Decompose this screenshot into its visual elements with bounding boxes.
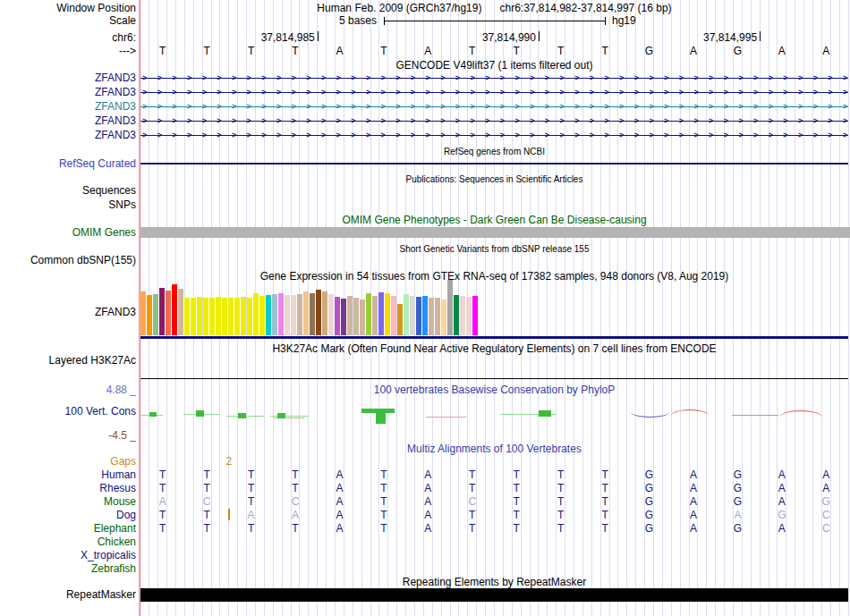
- strand-arrow-icon: >: [411, 87, 418, 98]
- gtex-tissue-bar[interactable]: [441, 300, 446, 335]
- gene-label-zfand3-4[interactable]: ZFAND3: [0, 130, 136, 141]
- align-base: G: [760, 510, 803, 521]
- gtex-tissue-bar[interactable]: [316, 290, 321, 335]
- assembly-title: Human Feb. 2009 (GRCh37/hg19): [317, 2, 481, 14]
- gtex-tissue-bar[interactable]: [335, 297, 340, 335]
- gap-tick-icon: [228, 509, 230, 520]
- species-label-x_tropicalis[interactable]: X_tropicalis: [0, 550, 136, 561]
- align-base: A: [318, 523, 361, 535]
- gtex-tissue-bar[interactable]: [247, 298, 252, 335]
- strand-arrow-icon: >: [157, 101, 165, 113]
- gtex-tissue-bar[interactable]: [191, 298, 196, 335]
- gtex-tissue-bar[interactable]: [184, 298, 190, 335]
- gtex-tissue-bar[interactable]: [391, 296, 396, 335]
- gtex-tissue-bar[interactable]: [397, 304, 403, 335]
- gtex-tissue-bar[interactable]: [378, 292, 384, 335]
- gtex-tissue-bar[interactable]: [410, 296, 415, 335]
- gtex-tissue-bar[interactable]: [366, 293, 371, 335]
- gtex-tissue-bar[interactable]: [147, 295, 152, 335]
- gtex-tissue-bar[interactable]: [222, 298, 227, 335]
- species-label-zebrafish[interactable]: Zebrafish: [0, 563, 136, 575]
- species-label-elephant[interactable]: Elephant: [0, 523, 136, 535]
- gtex-tissue-bar[interactable]: [153, 294, 158, 335]
- gtex-tissue-bar[interactable]: [285, 295, 290, 335]
- gtex-tissue-bar[interactable]: [347, 296, 353, 335]
- gene-label-zfand3-2[interactable]: ZFAND3: [0, 101, 136, 113]
- strand-arrow-icon: >: [828, 87, 835, 98]
- gtex-tissue-bar[interactable]: [429, 298, 434, 335]
- gtex-tissue-bar[interactable]: [435, 298, 440, 335]
- align-base: G: [804, 496, 848, 508]
- species-label-human[interactable]: Human: [0, 469, 136, 481]
- gtex-tissue-bar[interactable]: [360, 300, 365, 335]
- gtex-tissue-bar[interactable]: [422, 296, 428, 335]
- track-label-omim-genes[interactable]: OMIM Genes: [0, 227, 136, 239]
- gene-label-zfand3-1[interactable]: ZFAND3: [0, 87, 136, 98]
- track-label-repeatmasker[interactable]: RepeatMasker: [0, 589, 136, 601]
- gtex-tissue-bar[interactable]: [178, 289, 183, 335]
- gtex-tissue-bar[interactable]: [353, 298, 359, 335]
- align-base: A: [318, 496, 361, 508]
- gtex-tissue-bar[interactable]: [278, 293, 284, 335]
- gtex-tissue-bar[interactable]: [454, 295, 459, 335]
- gtex-tissue-bar[interactable]: [272, 294, 277, 335]
- omim-gene-bar[interactable]: [140, 227, 850, 238]
- strand-arrow-icon: >: [813, 72, 820, 84]
- scale-bar-left-tick: [384, 17, 385, 25]
- gtex-tissue-bar[interactable]: [140, 291, 146, 335]
- gtex-tissue-bar[interactable]: [216, 297, 221, 335]
- species-label-dog[interactable]: Dog: [0, 510, 136, 521]
- gtex-tissue-bar[interactable]: [303, 291, 309, 335]
- gtex-tissue-bar[interactable]: [310, 293, 315, 335]
- gtex-tissue-bar[interactable]: [460, 296, 465, 335]
- gtex-tissue-bar[interactable]: [291, 295, 296, 335]
- track-label-common-dbsnp[interactable]: Common dbSNP(155): [0, 255, 136, 266]
- gtex-tissue-bar[interactable]: [209, 298, 215, 335]
- gtex-tissue-bar[interactable]: [404, 294, 409, 335]
- refseq-curated-gene-line[interactable]: [140, 163, 848, 165]
- species-label-rhesus[interactable]: Rhesus: [0, 483, 136, 494]
- align-base: T: [450, 469, 494, 481]
- track-label-gtex-gene[interactable]: ZFAND3: [0, 307, 136, 318]
- strand-arrow-icon: >: [455, 130, 463, 141]
- gtex-tissue-bar[interactable]: [166, 291, 171, 335]
- gtex-tissue-bar[interactable]: [172, 284, 177, 335]
- gtex-tissue-bar[interactable]: [328, 294, 334, 335]
- gtex-tissue-bar[interactable]: [447, 280, 453, 335]
- gtex-tissue-bar[interactable]: [266, 295, 271, 335]
- gtex-tissue-bar[interactable]: [416, 297, 421, 335]
- gene-label-zfand3-3[interactable]: ZFAND3: [0, 115, 136, 127]
- strand-arrow-icon: >: [709, 72, 716, 84]
- gtex-tissue-bar[interactable]: [234, 298, 240, 335]
- species-label-mouse[interactable]: Mouse: [0, 496, 136, 508]
- gtex-tissue-bar[interactable]: [322, 291, 327, 335]
- gtex-tissue-bar[interactable]: [297, 294, 302, 335]
- species-label-chicken[interactable]: Chicken: [0, 536, 136, 548]
- gtex-tissue-bar[interactable]: [466, 297, 472, 335]
- track-label-layered-h3k27ac[interactable]: Layered H3K27Ac: [0, 355, 136, 367]
- gtex-tissue-bar[interactable]: [259, 296, 265, 335]
- track-label-100-vert-cons[interactable]: 100 Vert. Cons: [0, 406, 136, 418]
- track-label-refseq-curated[interactable]: RefSeq Curated: [0, 158, 136, 170]
- gtex-tissue-bar[interactable]: [203, 298, 208, 335]
- strand-arrow-icon: >: [634, 101, 642, 113]
- strand-arrow-icon: >: [798, 115, 805, 127]
- gtex-tissue-bar[interactable]: [241, 297, 246, 335]
- gtex-tissue-bar[interactable]: [197, 297, 202, 335]
- strand-arrow-icon: >: [247, 72, 254, 84]
- strand-arrow-icon: >: [574, 87, 582, 98]
- repeatmasker-bar[interactable]: [140, 588, 848, 602]
- track-label-sequences[interactable]: Sequences: [0, 185, 136, 197]
- gene-label-zfand3-0[interactable]: ZFAND3: [0, 72, 136, 84]
- gtex-tissue-bar[interactable]: [253, 293, 259, 335]
- gtex-tissue-bar[interactable]: [472, 296, 478, 335]
- conservation-mark: [149, 412, 157, 417]
- gtex-tissue-bar[interactable]: [159, 288, 165, 335]
- conservation-mark: [277, 413, 285, 418]
- track-label-gaps[interactable]: Gaps: [0, 456, 136, 468]
- gtex-tissue-bar[interactable]: [385, 293, 390, 335]
- gtex-tissue-bar[interactable]: [228, 298, 234, 335]
- track-label-snps[interactable]: SNPs: [0, 199, 136, 211]
- gtex-tissue-bar[interactable]: [341, 299, 346, 335]
- gtex-tissue-bar[interactable]: [372, 296, 378, 335]
